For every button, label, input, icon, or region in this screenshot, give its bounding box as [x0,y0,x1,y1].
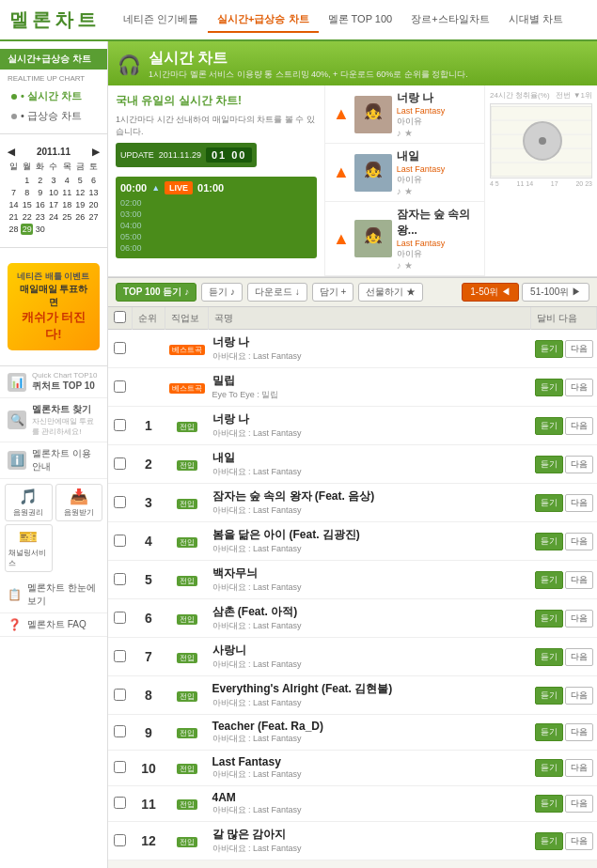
play-btn[interactable]: 듣기 [535,379,563,396]
cal-day[interactable]: 24 [47,211,59,223]
sidebar-music-icon-item[interactable]: 🎵 음원권리 [5,484,53,521]
add-btn[interactable]: 다음 [565,533,593,550]
cal-day[interactable]: 22 [21,211,33,223]
song-name[interactable]: Last Fantasy [212,755,527,768]
song-name[interactable]: Teacher (Feat. Ra_D) [212,720,527,733]
top100-listen-button[interactable]: TOP 100 듣기 ♪ [116,283,196,302]
calendar-prev[interactable]: ◀ [8,147,15,157]
cal-day[interactable]: 17 [47,199,59,210]
song-name[interactable]: 봄을 닮은 아이 (Feat. 김광진) [212,527,527,543]
row-checkbox[interactable] [114,457,126,470]
row-checkbox[interactable] [114,419,126,431]
play-btn[interactable]: 듣기 [535,456,563,473]
song-name[interactable]: 너랑 나 [212,334,527,350]
cal-day[interactable]: 23 [34,211,46,223]
cal-day[interactable]: 14 [8,199,20,210]
play-btn[interactable]: 듣기 [535,610,563,628]
row-checkbox[interactable] [114,834,126,846]
add-button[interactable]: 담기 + [312,283,354,302]
play-btn[interactable]: 듣기 [535,795,563,813]
row-checkbox[interactable] [114,689,126,701]
cal-day[interactable]: 1 [21,175,33,186]
row-checkbox[interactable] [114,496,126,508]
download-button[interactable]: 다운로드 ↓ [247,283,307,302]
sidebar-item-rising[interactable]: • 급상승 차트 [0,106,107,126]
cal-day[interactable]: 19 [74,199,86,210]
add-btn[interactable]: 다음 [565,795,593,813]
row-checkbox[interactable] [114,612,126,624]
cal-day[interactable]: 5 [74,175,86,186]
play-btn[interactable]: 듣기 [535,723,563,741]
calendar-next[interactable]: ▶ [92,147,100,157]
play-btn[interactable]: 듣기 [535,832,563,850]
add-btn[interactable]: 다음 [565,648,593,666]
cal-day[interactable]: 18 [61,199,73,210]
cal-day-today[interactable]: 29 [21,224,33,235]
song-name[interactable]: 갈 많은 감아지 [212,827,527,843]
nav-item-4[interactable]: 시대별 차트 [499,8,573,33]
cal-day[interactable]: 12 [74,187,86,198]
time-slot[interactable]: 04:00 [120,220,312,231]
play-btn[interactable]: 듣기 [535,494,563,512]
add-btn[interactable]: 다음 [565,494,593,512]
time-slot[interactable]: 05:00 [120,231,312,242]
select-all-checkbox[interactable] [114,311,126,323]
song-name[interactable]: 내일 [212,450,527,466]
time-slot[interactable]: 02:00 [120,197,312,209]
sidebar-banner[interactable]: 네티즌 배틀 이벤트 매일매일 투표하면 캐쉬가 터진다! [8,263,100,350]
cal-day[interactable]: 3 [47,175,59,186]
cal-day[interactable]: 21 [8,211,20,223]
cal-day[interactable] [8,175,20,186]
add-btn[interactable]: 다음 [565,687,593,705]
song-name[interactable]: 삼촌 (Feat. 아적) [212,604,527,620]
cal-day[interactable]: 4 [61,175,73,186]
nav-item-0[interactable]: 네티즌 인기베틀 [114,8,208,33]
row-checkbox[interactable] [114,761,126,773]
add-btn[interactable]: 다음 [565,610,593,628]
nav-item-1[interactable]: 실시간+급상승 차트 [208,8,318,33]
cal-day[interactable]: 15 [21,199,33,210]
song-name[interactable]: 4AM [212,791,527,804]
add-btn[interactable]: 다음 [565,417,593,435]
cal-day[interactable]: 25 [61,211,73,223]
chart-song-1[interactable]: ▲ 👧 너랑 나 Last Fantasy 아이유 ♪ ★ [325,85,484,144]
add-btn[interactable]: 다음 [565,456,593,473]
time-slot[interactable]: 06:00 [120,242,312,254]
cal-day[interactable]: 28 [8,224,20,235]
sidebar-info[interactable]: ℹ️ 멜론차트 이용안내 [0,442,107,479]
row-checkbox[interactable] [114,535,126,547]
sidebar-overview[interactable]: 📋 멜론차트 한눈에 보기 [0,577,107,613]
gift-button[interactable]: 선물하기 ★ [358,283,423,302]
play-btn[interactable]: 듣기 [535,571,563,589]
add-btn[interactable]: 다음 [565,340,593,358]
time-slot[interactable]: 03:00 [120,209,312,220]
add-btn[interactable]: 다음 [565,832,593,850]
row-checkbox[interactable] [114,573,126,585]
nav-item-2[interactable]: 멜론 TOP 100 [319,8,402,33]
sidebar-search[interactable]: 🔍 멜론차트 찾기 자신만에매일 투료를 관리하세요! [0,398,107,442]
row-checkbox[interactable] [114,725,126,737]
song-name[interactable]: 사랑니 [212,643,527,659]
nav-item-3[interactable]: 장르+스타일차트 [401,8,498,33]
cal-day[interactable]: 10 [47,187,59,198]
row-checkbox[interactable] [114,380,126,393]
cal-day[interactable]: 16 [34,199,46,210]
chart-song-3[interactable]: ▲ 👧 잠자는 숲 속의 왕... Last Fantasy 아이유 ♪ ★ [325,202,484,276]
row-checkbox[interactable] [114,650,126,662]
cal-day[interactable]: 2 [34,175,46,186]
cal-day[interactable]: 30 [34,224,46,235]
range-51-100[interactable]: 51-100위 ▶ [522,283,589,302]
sidebar-faq[interactable]: ❓ 멜론차트 FAQ [0,613,107,637]
play-btn[interactable]: 듣기 [535,648,563,666]
cal-day[interactable]: 20 [87,199,100,210]
add-btn[interactable]: 다음 [565,571,593,589]
play-btn[interactable]: 듣기 [535,687,563,705]
cal-day[interactable]: 11 [61,187,73,198]
add-btn[interactable]: 다음 [565,379,593,396]
song-name[interactable]: 너랑 나 [212,411,527,427]
song-name[interactable]: 잠자는 숲 속의 왕자 (Feat. 음상) [212,488,527,504]
sidebar-item-realtime[interactable]: • 실시간 차트 [0,86,107,106]
sidebar-download-icon-item[interactable]: 📥 음원받기 [55,484,103,521]
cal-day[interactable]: 27 [87,211,100,223]
cal-day[interactable]: 8 [21,187,33,198]
